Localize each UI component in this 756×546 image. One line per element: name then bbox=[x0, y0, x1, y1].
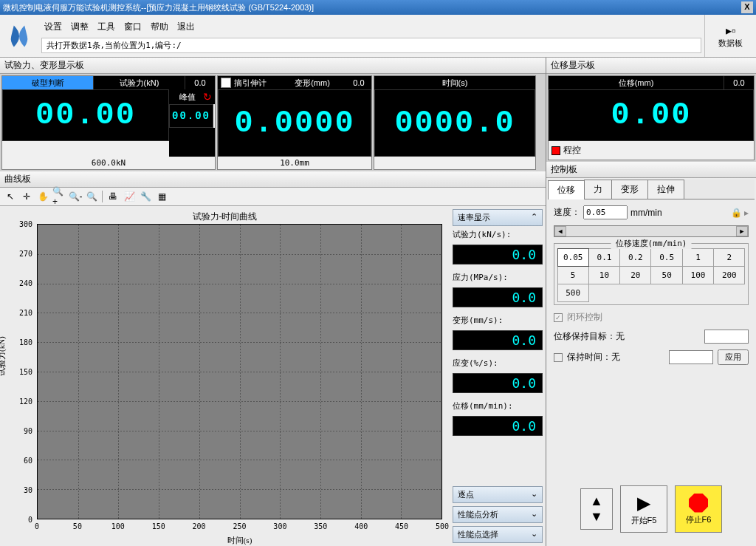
close-icon[interactable]: X bbox=[741, 1, 753, 13]
data-panel-icon: ▸▫ bbox=[726, 24, 736, 38]
closed-loop-checkbox[interactable]: ✓ bbox=[554, 313, 563, 322]
speed-preset-500[interactable]: 500 bbox=[557, 284, 589, 302]
zoom-fit-icon[interactable]: 🔍 bbox=[84, 189, 99, 204]
hold-checkbox[interactable] bbox=[554, 353, 563, 362]
window-title: 微机控制电液伺服万能试验机测控系统--[预应力混凝土用钢绞线试验 (GB/T52… bbox=[3, 2, 741, 13]
pan-icon[interactable]: ✋ bbox=[35, 189, 50, 204]
speed-preset-5[interactable]: 5 bbox=[557, 266, 589, 284]
start-button[interactable]: ▶ 开始F5 bbox=[620, 485, 667, 533]
force-display: 破型判断 试验力(kN) 0.0 00.00 峰值 ↻ 00.00 bbox=[1, 75, 216, 170]
force-rate: 0.0 bbox=[453, 245, 543, 265]
tool-icon[interactable]: 🔧 bbox=[138, 189, 153, 204]
stress-rate: 0.0 bbox=[453, 287, 543, 307]
analysis-section-header[interactable]: 性能点分析⌄ bbox=[453, 506, 543, 523]
deform-rate: 0.0 bbox=[453, 330, 543, 350]
target-input[interactable] bbox=[704, 330, 749, 344]
menu-window[interactable]: 窗口 bbox=[121, 19, 145, 35]
disp-panel-title: 位移显示板 bbox=[546, 58, 756, 74]
apply-button[interactable]: 应用 bbox=[718, 349, 749, 365]
speed-preset-0.5[interactable]: 0.5 bbox=[650, 248, 682, 267]
record-status: 共打开数据1条,当前位置为1,编号:/ bbox=[41, 38, 701, 53]
speed-slider[interactable]: ◄ ► bbox=[554, 225, 749, 237]
curve-toolbar: ↖ ✛ ✋ 🔍+ 🔍- 🔍 🖶 📈 🔧 ▦ bbox=[0, 188, 546, 206]
curve-panel-title: 曲线板 bbox=[0, 171, 546, 188]
menubar: 设置 调整 工具 窗口 帮助 退出 bbox=[38, 18, 704, 36]
zoom-in-icon[interactable]: 🔍+ bbox=[52, 189, 66, 204]
extensometer-checkbox[interactable] bbox=[221, 78, 231, 88]
pointer-icon[interactable]: ↖ bbox=[3, 189, 18, 204]
speed-preset-0.1[interactable]: 0.1 bbox=[588, 248, 620, 267]
time-value: 0000.0 bbox=[374, 89, 535, 157]
expand-icon: ⌄ bbox=[531, 509, 537, 520]
zoom-out-icon[interactable]: 🔍- bbox=[68, 189, 83, 204]
stop-button[interactable]: 停止F6 bbox=[675, 485, 722, 533]
speed-preset-50[interactable]: 50 bbox=[650, 266, 682, 284]
strain-rate: 0.0 bbox=[453, 373, 543, 393]
jog-button[interactable]: ▲ ▼ bbox=[580, 488, 613, 530]
expand-icon: ⌄ bbox=[531, 529, 537, 540]
tab-tension[interactable]: 拉伸 bbox=[647, 180, 684, 199]
status-indicator-icon bbox=[551, 146, 560, 155]
deform-value: 0.0000 bbox=[218, 89, 371, 157]
menu-exit[interactable]: 退出 bbox=[174, 19, 198, 35]
play-icon: ▶ bbox=[637, 493, 650, 513]
refresh-icon[interactable]: ↻ bbox=[200, 91, 215, 103]
tab-deform[interactable]: 变形 bbox=[611, 180, 648, 199]
speed-preset-0.05[interactable]: 0.05 bbox=[557, 248, 589, 267]
menu-help[interactable]: 帮助 bbox=[148, 19, 171, 35]
slider-right-icon[interactable]: ► bbox=[736, 226, 748, 236]
rate-section-header[interactable]: 速率显示⌃ bbox=[453, 209, 543, 226]
slider-left-icon[interactable]: ◄ bbox=[554, 226, 566, 236]
speed-preset-10[interactable]: 10 bbox=[588, 266, 620, 284]
speed-input[interactable] bbox=[583, 205, 628, 219]
speed-preset-2[interactable]: 2 bbox=[713, 248, 745, 267]
hold-input[interactable] bbox=[669, 350, 713, 364]
select-section-header[interactable]: 性能点选择⌄ bbox=[453, 526, 543, 543]
expand-icon: ⌄ bbox=[531, 489, 537, 500]
speed-preset-1[interactable]: 1 bbox=[682, 248, 714, 267]
disp-rate: 0.0 bbox=[453, 416, 543, 436]
print-icon[interactable]: 🖶 bbox=[106, 189, 120, 204]
deform-display: 摘引伸计 变形(mm) 0.0 0.0000 10.0mm bbox=[217, 75, 372, 170]
speed-preset-20[interactable]: 20 bbox=[619, 266, 651, 284]
menu-adjust[interactable]: 调整 bbox=[68, 19, 92, 35]
displacement-display: 位移(mm) 0.0 0.00 程控 bbox=[548, 75, 755, 160]
tab-force[interactable]: 力 bbox=[584, 180, 612, 199]
down-arrow-icon: ▼ bbox=[590, 509, 603, 525]
chart-type-icon[interactable]: 📈 bbox=[122, 189, 137, 204]
speed-preset-200[interactable]: 200 bbox=[713, 266, 745, 284]
menu-tools[interactable]: 工具 bbox=[94, 19, 118, 35]
tab-displacement[interactable]: 位移 bbox=[548, 180, 585, 199]
collapse-icon: ⌃ bbox=[531, 212, 537, 223]
stop-icon bbox=[689, 494, 708, 513]
speed-preset-0.2[interactable]: 0.2 bbox=[619, 248, 651, 267]
speed-preset-100[interactable]: 100 bbox=[682, 266, 714, 284]
fracture-judge-label: 破型判断 bbox=[2, 76, 94, 90]
chart: 试验力-时间曲线 试验力(kN) 03060901201501802102402… bbox=[0, 206, 450, 546]
displacement-value: 0.00 bbox=[549, 89, 754, 141]
control-panel-title: 控制板 bbox=[546, 162, 756, 178]
data-panel-button[interactable]: ▸▫ 数据板 bbox=[704, 15, 756, 57]
up-arrow-icon: ▲ bbox=[590, 494, 603, 509]
lock-icon[interactable]: 🔒 ▸ bbox=[731, 208, 749, 218]
grid-icon[interactable]: ▦ bbox=[154, 189, 169, 204]
crosshair-icon[interactable]: ✛ bbox=[19, 189, 34, 204]
force-deform-panel-title: 试验力、变形显示板 bbox=[0, 58, 546, 74]
menu-settings[interactable]: 设置 bbox=[41, 19, 65, 35]
force-value: 00.00 bbox=[2, 89, 169, 141]
app-logo bbox=[3, 20, 35, 52]
points-section-header[interactable]: 逐点⌄ bbox=[453, 486, 543, 503]
peak-value: 00.00 bbox=[169, 104, 213, 128]
time-display: 时间(s) 0000.0 bbox=[374, 75, 536, 170]
